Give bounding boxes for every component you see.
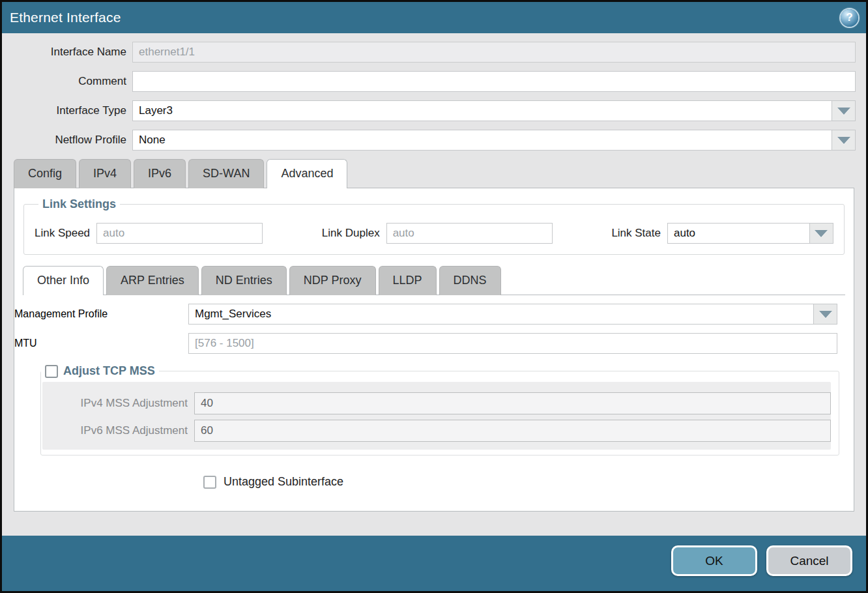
- link-state-dropdown-button[interactable]: [809, 224, 833, 243]
- tab-config[interactable]: Config: [14, 159, 76, 188]
- interface-type-label: Interface Type: [2, 104, 132, 117]
- ipv6-mss-label: IPv6 MSS Adjustment: [42, 424, 194, 437]
- link-state-dropdown[interactable]: auto: [667, 223, 833, 244]
- adjust-tcp-mss-label: Adjust TCP MSS: [63, 364, 155, 378]
- link-settings-fieldset: Link Settings Link Speed Link Duplex Lin…: [23, 197, 845, 255]
- tab-ipv6[interactable]: IPv6: [134, 159, 186, 188]
- chevron-down-icon: [819, 311, 832, 318]
- dialog-footer: OK Cancel: [2, 536, 866, 591]
- ipv4-mss-row: IPv4 MSS Adjustment: [42, 392, 831, 414]
- management-profile-row: Management Profile Mgmt_Services: [14, 304, 837, 325]
- link-duplex-label: Link Duplex: [322, 227, 386, 240]
- netflow-profile-label: Netflow Profile: [2, 134, 132, 147]
- interface-name-row: Interface Name: [2, 42, 856, 63]
- tab-ipv4[interactable]: IPv4: [79, 159, 131, 188]
- subtab-arp-entries[interactable]: ARP Entries: [106, 266, 199, 295]
- dialog-body: Interface Name Comment Interface Type La…: [2, 33, 866, 536]
- interface-type-dropdown-button[interactable]: [832, 101, 855, 121]
- mtu-field[interactable]: [188, 333, 837, 354]
- subtab-lldp[interactable]: LLDP: [379, 266, 437, 295]
- link-duplex-group: Link Duplex: [322, 223, 553, 244]
- mss-disabled-panel: IPv4 MSS Adjustment IPv6 MSS Adjustment: [42, 382, 831, 450]
- subtab-other-info[interactable]: Other Info: [23, 266, 104, 295]
- management-profile-value: Mgmt_Services: [189, 304, 813, 324]
- interface-type-value: Layer3: [133, 101, 832, 121]
- netflow-profile-dropdown[interactable]: None: [132, 130, 856, 151]
- ok-button[interactable]: OK: [671, 545, 757, 576]
- ipv4-mss-label: IPv4 MSS Adjustment: [42, 397, 194, 410]
- mtu-label: MTU: [14, 338, 188, 349]
- link-duplex-field[interactable]: [386, 223, 553, 244]
- link-state-value: auto: [668, 224, 809, 243]
- tab-advanced[interactable]: Advanced: [267, 159, 347, 188]
- comment-label: Comment: [2, 75, 132, 88]
- dialog-titlebar: Ethernet Interface ?: [2, 2, 866, 33]
- netflow-profile-row: Netflow Profile None: [2, 130, 856, 151]
- interface-type-row: Interface Type Layer3: [2, 100, 856, 121]
- management-profile-label: Management Profile: [14, 308, 188, 320]
- interface-name-field: [132, 42, 856, 63]
- mtu-row: MTU: [14, 333, 837, 354]
- tab-sdwan[interactable]: SD-WAN: [188, 159, 264, 188]
- main-tab-bar: Config IPv4 IPv6 SD-WAN Advanced: [14, 159, 866, 188]
- help-icon[interactable]: ?: [841, 9, 858, 27]
- link-speed-label: Link Speed: [35, 227, 96, 240]
- subtab-nd-entries[interactable]: ND Entries: [201, 266, 287, 295]
- management-profile-dropdown-button[interactable]: [813, 304, 837, 324]
- chevron-down-icon: [837, 108, 850, 115]
- netflow-profile-value: None: [133, 130, 832, 150]
- adjust-tcp-mss-legend: Adjust TCP MSS: [41, 364, 159, 378]
- interface-type-dropdown[interactable]: Layer3: [132, 100, 856, 121]
- ipv6-mss-row: IPv6 MSS Adjustment: [42, 420, 831, 442]
- untagged-subinterface-checkbox[interactable]: [203, 476, 216, 489]
- adjust-tcp-mss-fieldset: Adjust TCP MSS IPv4 MSS Adjustment IPv6 …: [40, 364, 839, 456]
- netflow-profile-dropdown-button[interactable]: [832, 130, 855, 150]
- interface-name-label: Interface Name: [2, 46, 132, 59]
- ipv4-mss-field: [194, 392, 831, 414]
- comment-row: Comment: [2, 71, 856, 92]
- link-speed-group: Link Speed: [35, 223, 263, 244]
- untagged-subinterface-label: Untagged Subinterface: [224, 475, 343, 489]
- cancel-button[interactable]: Cancel: [766, 545, 852, 576]
- dialog-title: Ethernet Interface: [10, 10, 121, 25]
- chevron-down-icon: [837, 137, 850, 144]
- advanced-tab-panel: Link Settings Link Speed Link Duplex Lin…: [14, 188, 854, 512]
- ethernet-interface-dialog: Ethernet Interface ? Interface Name Comm…: [0, 0, 868, 593]
- link-state-group: Link State auto: [611, 223, 833, 244]
- subtab-ddns[interactable]: DDNS: [439, 266, 501, 295]
- link-state-label: Link State: [611, 227, 667, 240]
- ipv6-mss-field: [194, 420, 831, 442]
- subtab-ndp-proxy[interactable]: NDP Proxy: [289, 266, 376, 295]
- untagged-subinterface-row: Untagged Subinterface: [203, 475, 854, 489]
- adjust-tcp-mss-checkbox[interactable]: [45, 365, 58, 378]
- chevron-down-icon: [815, 230, 828, 237]
- comment-field[interactable]: [132, 71, 856, 92]
- link-speed-field[interactable]: [96, 223, 263, 244]
- management-profile-dropdown[interactable]: Mgmt_Services: [188, 304, 837, 325]
- sub-tab-bar: Other Info ARP Entries ND Entries NDP Pr…: [23, 266, 845, 295]
- link-settings-legend: Link Settings: [38, 197, 120, 211]
